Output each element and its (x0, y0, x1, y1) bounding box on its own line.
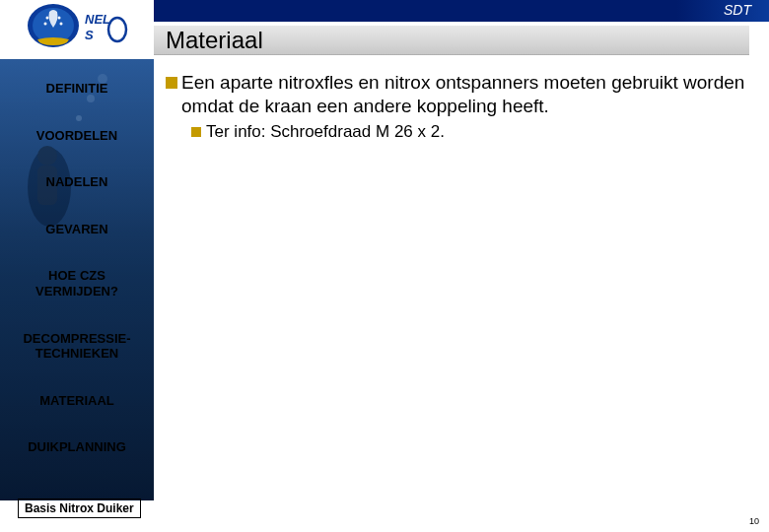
top-bar: SDT (154, 0, 769, 22)
bullet-icon (191, 127, 201, 137)
svg-point-4 (44, 23, 47, 26)
sidebar-item-hoe-czs[interactable]: HOE CZS VERMIJDEN? (0, 264, 154, 302)
sidebar-nav: DEFINITIE VOORDELEN NADELEN GEVAREN HOE … (0, 59, 154, 459)
sidebar-item-voordelen[interactable]: VOORDELEN (0, 124, 154, 148)
title-bar: Materiaal (154, 26, 749, 55)
svg-point-2 (46, 17, 49, 20)
nelos-logo: NEL S (24, 2, 130, 57)
sidebar-item-materiaal[interactable]: MATERIAAL (0, 389, 154, 413)
sidebar-item-definitie[interactable]: DEFINITIE (0, 77, 154, 100)
svg-point-8 (108, 18, 126, 41)
main-bullet-text: Een aparte nitroxfles en nitrox ontspann… (181, 71, 753, 118)
sidebar-item-duikplanning[interactable]: DUIKPLANNING (0, 435, 154, 459)
sidebar-item-gevaren[interactable]: GEVAREN (0, 218, 154, 241)
page-title: Materiaal (166, 27, 263, 54)
content-area: Een aparte nitroxfles en nitrox ontspann… (166, 71, 753, 142)
main-bullet: Een aparte nitroxfles en nitrox ontspann… (166, 71, 753, 118)
svg-point-5 (60, 23, 63, 26)
svg-text:NEL: NEL (85, 12, 110, 27)
svg-text:S: S (85, 28, 94, 42)
sub-bullet: Ter info: Schroefdraad M 26 x 2. (191, 122, 753, 142)
svg-point-3 (58, 17, 61, 20)
page-number: 10 (749, 516, 759, 526)
sdt-label: SDT (724, 2, 751, 18)
sidebar-item-nadelen[interactable]: NADELEN (0, 170, 154, 194)
sub-bullet-text: Ter info: Schroefdraad M 26 x 2. (206, 122, 445, 142)
footer-box: Basis Nitrox Duiker (18, 499, 141, 518)
sidebar-item-decompressie[interactable]: DECOMPRESSIE-TECHNIEKEN (0, 327, 154, 366)
sidebar: DEFINITIE VOORDELEN NADELEN GEVAREN HOE … (0, 59, 154, 500)
bullet-icon (166, 77, 177, 89)
